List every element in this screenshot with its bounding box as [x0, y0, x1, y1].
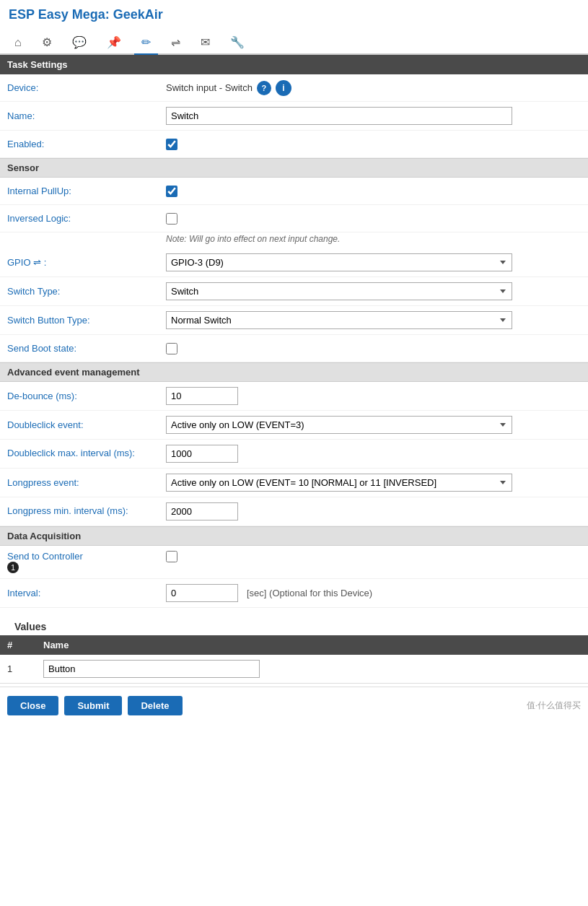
name-label: Name: [7, 110, 166, 121]
delete-button[interactable]: Delete [128, 696, 182, 715]
data-acquisition-header: Data Acquisition [0, 526, 588, 546]
watermark: 值·什么值得买 [527, 700, 581, 712]
send-boot-state-checkbox[interactable] [166, 343, 177, 354]
device-label: Device: [7, 82, 166, 93]
values-col-name: Name [36, 635, 588, 655]
submit-button[interactable]: Submit [64, 696, 122, 715]
doubleclick-event-select[interactable]: Active only on LOW (EVENT=3) Disabled Ac… [166, 416, 512, 434]
internal-pullup-row: Internal PullUp: [0, 178, 588, 205]
internal-pullup-label: Internal PullUp: [7, 186, 166, 196]
doubleclick-interval-row: Doubleclick max. interval (ms): [0, 440, 588, 469]
device-row: Device: Switch input - Switch ? i [0, 74, 588, 102]
enabled-label: Enabled: [7, 139, 166, 149]
switch-button-type-row: Switch Button Type: Normal Switch Active… [0, 306, 588, 335]
switch-type-select[interactable]: Switch Dimmer [166, 282, 512, 300]
gpio-select[interactable]: GPIO-3 (D9) GPIO-0 (D3) GPIO-1 (TX) GPIO… [166, 253, 512, 271]
nav-home[interactable]: ⌂ [7, 32, 29, 55]
values-section-title: Values [7, 615, 581, 635]
send-boot-state-row: Send Boot state: [0, 335, 588, 362]
name-row: Name: [0, 102, 588, 131]
interval-row: Interval: [sec] (Optional for this Devic… [0, 579, 588, 608]
longpress-interval-label: Longpress min. interval (ms): [7, 505, 166, 518]
doubleclick-event-label: Doubleclick event: [7, 419, 166, 430]
footer-buttons: Close Submit Delete [7, 696, 183, 715]
switch-type-label: Switch Type: [7, 286, 166, 297]
sensor-header: Sensor [0, 158, 588, 178]
doubleclick-interval-input[interactable] [166, 445, 238, 463]
doubleclick-interval-label: Doubleclick max. interval (ms): [7, 447, 166, 460]
gpio-row: GPIO ⇌ : GPIO-3 (D9) GPIO-0 (D3) GPIO-1 … [0, 248, 588, 277]
nav-pin[interactable]: 📌 [100, 31, 128, 55]
name-value [166, 107, 581, 125]
task-settings-header: Task Settings [0, 55, 588, 74]
interval-suffix: [sec] (Optional for this Device) [247, 588, 372, 598]
debounce-label: De-bounce (ms): [7, 391, 166, 401]
enabled-row: Enabled: [0, 131, 588, 158]
longpress-event-label: Longpress event: [7, 477, 166, 488]
nav-settings[interactable]: ⚙ [35, 31, 59, 55]
nav-bar: ⌂ ⚙ 💬 📌 ✏ ⇌ ✉ 🔧 [0, 28, 588, 55]
footer: Close Submit Delete 值·什么值得买 [0, 687, 588, 724]
page-title: ESP Easy Mega: GeekAir [0, 0, 588, 28]
enabled-checkbox[interactable] [166, 139, 177, 150]
nav-chat[interactable]: 💬 [65, 31, 94, 55]
gpio-label: GPIO ⇌ : [7, 257, 166, 268]
doubleclick-event-row: Doubleclick event: Active only on LOW (E… [0, 411, 588, 440]
name-input[interactable] [166, 107, 512, 125]
device-value: Switch input - Switch ? i [166, 80, 581, 96]
close-button[interactable]: Close [7, 696, 58, 715]
nav-arrow[interactable]: ⇌ [164, 31, 188, 55]
values-col-num: # [0, 635, 36, 655]
nav-mail[interactable]: ✉ [193, 31, 217, 55]
nav-pencil[interactable]: ✏ [134, 31, 158, 55]
interval-label: Interval: [7, 588, 166, 598]
interval-input[interactable] [166, 584, 238, 602]
debounce-input[interactable] [166, 387, 238, 405]
advanced-event-header: Advanced event management [0, 362, 588, 382]
nav-tool[interactable]: 🔧 [223, 31, 252, 55]
row-name-input[interactable] [43, 660, 260, 678]
send-to-controller-checkbox[interactable] [166, 551, 177, 562]
longpress-interval-input[interactable] [166, 502, 238, 520]
debounce-row: De-bounce (ms): [0, 382, 588, 411]
info-icon[interactable]: i [276, 80, 291, 96]
inversed-logic-label: Inversed Logic: [7, 213, 166, 224]
table-row: 1 [0, 655, 588, 684]
send-boot-state-label: Send Boot state: [7, 343, 166, 354]
help-icon[interactable]: ? [257, 81, 271, 95]
values-table: # Name 1 [0, 635, 588, 684]
switch-type-row: Switch Type: Switch Dimmer [0, 277, 588, 306]
longpress-event-row: Longpress event: Active only on LOW (EVE… [0, 469, 588, 497]
longpress-interval-row: Longpress min. interval (ms): [0, 497, 588, 526]
send-to-controller-row: Send to Controller 1 [0, 546, 588, 579]
inversed-logic-note: Note: Will go into effect on next input … [0, 232, 588, 248]
inversed-logic-checkbox[interactable] [166, 213, 177, 225]
longpress-event-select[interactable]: Active only on LOW (EVENT= 10 [NORMAL] o… [166, 474, 512, 492]
inversed-logic-row: Inversed Logic: [0, 205, 588, 232]
internal-pullup-checkbox[interactable] [166, 186, 177, 197]
row-num: 1 [0, 655, 36, 684]
switch-button-type-select[interactable]: Normal Switch Active Low Momentary Activ… [166, 311, 512, 329]
switch-button-type-label: Switch Button Type: [7, 315, 166, 326]
